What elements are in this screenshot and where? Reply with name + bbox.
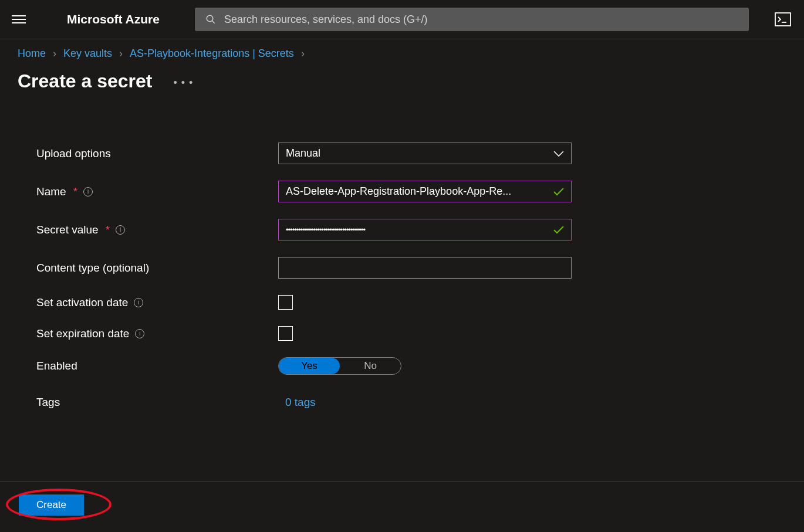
select-upload-options-value: Manual — [286, 147, 320, 160]
info-icon[interactable]: i — [134, 298, 143, 307]
label-tags: Tags — [36, 396, 278, 409]
more-actions-icon[interactable]: • • • — [173, 77, 193, 89]
label-activation-date: Set activation date i — [36, 296, 278, 309]
row-tags: Tags 0 tags — [36, 396, 769, 409]
label-secret-value: Secret value* i — [36, 223, 278, 236]
page-title: Create a secret — [18, 70, 152, 92]
chevron-down-icon — [553, 151, 564, 157]
breadcrumb-home[interactable]: Home — [18, 48, 46, 60]
row-content-type: Content type (optional) — [36, 257, 769, 279]
input-content-type[interactable] — [278, 257, 572, 279]
global-search[interactable] — [195, 8, 749, 31]
chevron-right-icon: › — [301, 48, 305, 60]
top-header: Microsoft Azure — [0, 0, 804, 39]
form-area: Upload options Manual Name* i Secret val… — [0, 104, 804, 409]
row-enabled: Enabled Yes No — [36, 357, 769, 375]
row-activation-date: Set activation date i — [36, 295, 769, 310]
chevron-right-icon: › — [119, 48, 123, 60]
chevron-right-icon: › — [53, 48, 56, 60]
hamburger-menu-icon[interactable] — [12, 14, 26, 25]
toggle-enabled[interactable]: Yes No — [278, 357, 401, 375]
checkbox-expiration-date[interactable] — [278, 326, 293, 341]
footer-bar: Create — [0, 481, 804, 532]
input-name[interactable] — [278, 181, 572, 202]
checkbox-activation-date[interactable] — [278, 295, 293, 310]
breadcrumb-secrets[interactable]: AS-Playbook-Integrations | Secrets — [130, 48, 294, 60]
label-name: Name* i — [36, 185, 278, 198]
label-content-type: Content type (optional) — [36, 262, 278, 275]
label-enabled: Enabled — [36, 360, 278, 372]
cloud-shell-icon[interactable] — [773, 11, 792, 28]
svg-line-1 — [212, 21, 215, 23]
row-upload-options: Upload options Manual — [36, 143, 769, 164]
row-expiration-date: Set expiration date i — [36, 326, 769, 341]
page-title-row: Create a secret • • • — [0, 66, 804, 104]
row-name: Name* i — [36, 181, 769, 202]
label-expiration-date: Set expiration date i — [36, 327, 278, 340]
info-icon[interactable]: i — [135, 329, 144, 338]
label-upload-options: Upload options — [36, 147, 278, 160]
svg-rect-2 — [775, 13, 791, 26]
search-icon — [205, 14, 216, 25]
azure-logo: Microsoft Azure — [67, 12, 160, 26]
select-upload-options[interactable]: Manual — [278, 143, 572, 164]
search-input[interactable] — [224, 13, 738, 26]
svg-point-0 — [207, 15, 213, 22]
row-secret-value: Secret value* i ••••••••••••••••••••••••… — [36, 219, 769, 240]
breadcrumb-keyvaults[interactable]: Key vaults — [63, 48, 112, 60]
info-icon[interactable]: i — [83, 187, 93, 196]
tags-link[interactable]: 0 tags — [285, 396, 316, 408]
info-icon[interactable]: i — [116, 225, 125, 235]
create-button[interactable]: Create — [19, 494, 84, 516]
toggle-enabled-yes[interactable]: Yes — [279, 358, 340, 374]
input-secret-value[interactable]: •••••••••••••••••••••••••••••••••••••• — [278, 219, 572, 240]
toggle-enabled-no[interactable]: No — [340, 358, 401, 374]
breadcrumb: Home › Key vaults › AS-Playbook-Integrat… — [0, 39, 804, 66]
